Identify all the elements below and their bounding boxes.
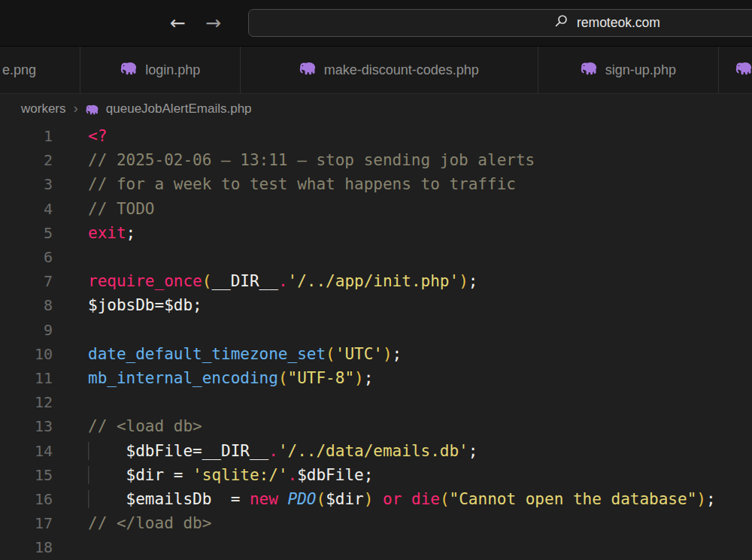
php-elephant-icon [735, 61, 752, 79]
code-line[interactable]: 5exit; [0, 221, 752, 245]
line-number: 16 [0, 490, 53, 508]
code-line[interactable]: 7require_once(__DIR__.'/../app/init.php'… [0, 269, 752, 293]
url-content: remoteok.com [554, 10, 660, 36]
code-text: // for a week to test what happens to tr… [88, 175, 516, 193]
breadcrumb: workers › queueJobAlertEmails.php [0, 94, 752, 124]
indent-guide [88, 490, 126, 508]
code-text: date_default_timezone_set('UTC'); [88, 345, 402, 363]
code-line[interactable]: 14 $dbFile=__DIR__.'/../data/emails.db'; [0, 438, 752, 462]
php-elephant-icon [120, 61, 137, 79]
tab-login.php[interactable]: login.php [80, 47, 241, 93]
tab-label: login.php [145, 62, 200, 78]
code-line[interactable]: 4// TODO [0, 197, 752, 221]
line-number: 12 [0, 393, 53, 411]
tab-label: e.png [2, 62, 36, 78]
command-center-search[interactable]: remoteok.com [248, 9, 752, 37]
breadcrumb-file[interactable]: queueJobAlertEmails.php [106, 101, 252, 117]
back-icon: ← [170, 12, 186, 34]
indent-guide [88, 442, 126, 460]
tab-label: sign-up.php [605, 62, 676, 78]
code-text: $emailsDb = new PDO($dir) or die("Cannot… [88, 490, 716, 508]
line-number: 3 [0, 175, 53, 193]
code-text: <? [88, 127, 107, 145]
history-nav: ← → [170, 0, 221, 46]
code-line[interactable]: 12 [0, 390, 752, 414]
code-editor[interactable]: 1<?2// 2025-02-06 – 13:11 – stop sending… [0, 124, 752, 559]
line-number: 17 [0, 514, 53, 532]
line-number: 1 [0, 127, 53, 145]
forward-button[interactable]: → [205, 14, 221, 32]
line-number: 10 [0, 345, 53, 363]
tab-partial[interactable] [719, 47, 752, 93]
titlebar: ← → remoteok.com [0, 0, 752, 47]
code-line[interactable]: 18 [0, 535, 752, 559]
line-number: 14 [0, 442, 53, 460]
line-number: 8 [0, 296, 53, 314]
tab-bar: e.png login.php make-discount-codes.php [0, 47, 752, 94]
search-icon [554, 14, 569, 32]
code-line[interactable]: 11mb_internal_encoding("UTF-8"); [0, 366, 752, 390]
code-text: require_once(__DIR__.'/../app/init.php')… [88, 272, 478, 290]
code-line[interactable]: 1<? [0, 124, 752, 148]
code-text: // <load db> [88, 417, 202, 435]
forward-icon: → [205, 12, 221, 34]
code-line[interactable]: 6 [0, 245, 752, 269]
code-text: exit; [88, 224, 135, 242]
code-line[interactable]: 16 $emailsDb = new PDO($dir) or die("Can… [0, 487, 752, 511]
line-number: 11 [0, 369, 53, 387]
code-line[interactable]: 3// for a week to test what happens to t… [0, 172, 752, 196]
line-number: 5 [0, 224, 53, 242]
breadcrumb-folder[interactable]: workers [21, 101, 66, 117]
code-line[interactable]: 9 [0, 318, 752, 342]
code-line[interactable]: 8$jobsDb=$db; [0, 293, 752, 317]
code-text: // 2025-02-06 – 13:11 – stop sending job… [88, 151, 535, 169]
line-number: 7 [0, 272, 53, 290]
breadcrumb-file-icon-slot [86, 104, 99, 115]
line-number: 6 [0, 248, 53, 266]
php-elephant-icon [581, 61, 597, 79]
line-number: 9 [0, 321, 53, 339]
line-number: 18 [0, 538, 53, 556]
code-text: $jobsDb=$db; [88, 296, 202, 314]
code-line[interactable]: 2// 2025-02-06 – 13:11 – stop sending jo… [0, 148, 752, 172]
code-text: // TODO [88, 200, 155, 218]
line-number: 13 [0, 417, 53, 435]
tab-make-discount-codes.php[interactable]: make-discount-codes.php [241, 47, 538, 93]
code-text: $dbFile=__DIR__.'/../data/emails.db'; [88, 442, 478, 460]
line-number: 2 [0, 151, 53, 169]
back-button[interactable]: ← [170, 14, 186, 32]
tab-label: make-discount-codes.php [324, 62, 479, 78]
chevron-right-icon: › [74, 100, 78, 117]
line-number: 4 [0, 200, 53, 218]
code-line[interactable]: 10date_default_timezone_set('UTC'); [0, 342, 752, 366]
url-text: remoteok.com [577, 15, 660, 31]
indent-guide [88, 466, 126, 484]
tab-e.png[interactable]: e.png [0, 47, 80, 93]
php-elephant-icon [299, 61, 316, 79]
line-number: 15 [0, 466, 53, 484]
code-line[interactable]: 15 $dir = 'sqlite:/'.$dbFile; [0, 463, 752, 487]
tab-sign-up.php[interactable]: sign-up.php [538, 47, 720, 93]
code-text: mb_internal_encoding("UTF-8"); [88, 369, 373, 387]
code-line[interactable]: 13// <load db> [0, 414, 752, 438]
php-elephant-icon [86, 104, 99, 115]
code-line[interactable]: 17// </load db> [0, 511, 752, 535]
code-text: // </load db> [88, 514, 211, 532]
vscode-window: { "colors": { "php_icon": "#a678de", "ke… [0, 0, 752, 560]
code-text: $dir = 'sqlite:/'.$dbFile; [88, 466, 373, 484]
